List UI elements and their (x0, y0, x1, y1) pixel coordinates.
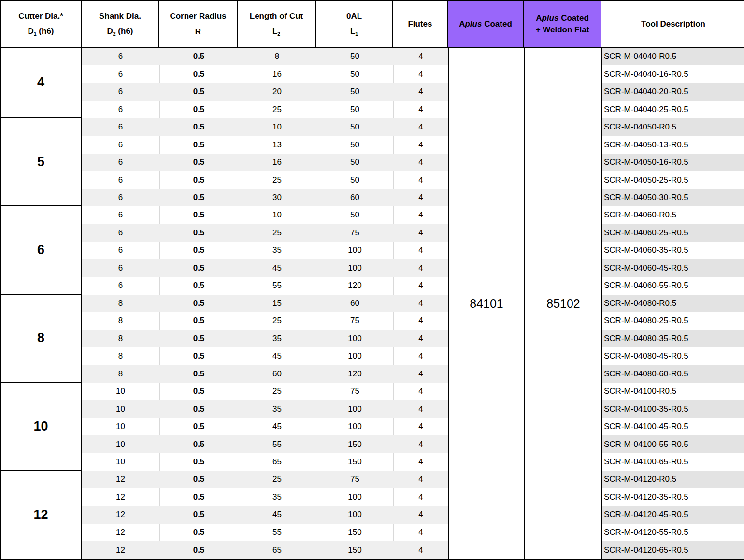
header-line: Aplus Coated (449, 16, 522, 31)
oal-cell: 50 (316, 171, 393, 188)
corner-radius-cell: 0.5 (159, 65, 238, 83)
oal-cell: 100 (316, 330, 393, 347)
header-line: Length of Cut (239, 9, 314, 24)
flutes-cell: 4 (393, 365, 448, 382)
header-cutter-dia: Cutter Dia.* D1 (h6) (1, 1, 82, 48)
tool-description-cell: SCR-M-04120-45-R0.5 (601, 506, 744, 523)
table-row: 12120.525754SCR-M-04120-R0.5 (1, 471, 744, 488)
oal-cell: 50 (316, 118, 393, 136)
oal-cell: 75 (316, 383, 393, 400)
corner-radius-cell: 0.5 (159, 488, 238, 506)
corner-radius-cell: 0.5 (159, 471, 238, 488)
shank-dia-cell: 6 (82, 224, 159, 242)
header-flutes: Flutes (393, 1, 448, 48)
oal-cell: 100 (316, 242, 393, 259)
flutes-cell: 4 (393, 453, 448, 471)
oal-cell: 100 (316, 506, 393, 523)
flutes-cell: 4 (393, 277, 448, 294)
cutter-dia-group-cell: 10 (1, 383, 82, 471)
shank-dia-cell: 10 (82, 453, 159, 471)
flutes-cell: 4 (393, 383, 448, 400)
shank-dia-cell: 6 (82, 206, 159, 224)
tool-description-cell: SCR-M-04080-35-R0.5 (601, 330, 744, 347)
length-of-cut-cell: 25 (238, 471, 316, 488)
tool-spec-table: Cutter Dia.* D1 (h6) Shank Dia. D2 (h6) … (0, 0, 744, 560)
shank-dia-cell: 6 (82, 48, 159, 65)
shank-dia-cell: 6 (82, 65, 159, 83)
header-line: D1 (h6) (2, 24, 80, 39)
tool-description-cell: SCR-M-04040-16-R0.5 (601, 65, 744, 83)
length-of-cut-cell: 55 (238, 277, 316, 294)
length-of-cut-cell: 30 (238, 189, 316, 206)
oal-cell: 75 (316, 224, 393, 242)
corner-radius-cell: 0.5 (159, 365, 238, 382)
length-of-cut-cell: 65 (238, 541, 316, 559)
aplus-weldon-number-cell: 85102 (524, 48, 601, 559)
table-row: 10100.525754SCR-M-04100-R0.5 (1, 383, 744, 400)
flutes-cell: 4 (393, 48, 448, 65)
tool-description-cell: SCR-M-04060-55-R0.5 (601, 277, 744, 294)
table-row: 60.513504SCR-M-04050-13-R0.5 (1, 136, 744, 153)
corner-radius-cell: 0.5 (159, 330, 238, 347)
header-line: L1 (317, 24, 391, 39)
corner-radius-cell: 0.5 (159, 277, 238, 294)
header-line: Tool Description (602, 16, 744, 31)
length-of-cut-cell: 55 (238, 435, 316, 453)
tool-description-cell: SCR-M-04060-45-R0.5 (601, 259, 744, 277)
length-of-cut-cell: 25 (238, 224, 316, 242)
corner-radius-cell: 0.5 (159, 48, 238, 65)
table-row: 60.516504SCR-M-04050-16-R0.5 (1, 154, 744, 171)
flutes-cell: 4 (393, 101, 448, 118)
corner-radius-cell: 0.5 (159, 400, 238, 417)
table-row: 100.5451004SCR-M-04100-45-R0.5 (1, 418, 744, 435)
oal-cell: 100 (316, 488, 393, 506)
header-length-of-cut: Length of Cut L2 (238, 1, 316, 48)
table-row: 100.5351004SCR-M-04100-35-R0.5 (1, 400, 744, 417)
header-line: Corner Radius (160, 9, 236, 24)
tool-description-cell: SCR-M-04080-25-R0.5 (601, 312, 744, 330)
tool-description-cell: SCR-M-04060-25-R0.5 (601, 224, 744, 242)
tool-description-cell: SCR-M-04080-45-R0.5 (601, 347, 744, 365)
flutes-cell: 4 (393, 242, 448, 259)
shank-dia-cell: 10 (82, 383, 159, 400)
length-of-cut-cell: 15 (238, 295, 316, 312)
length-of-cut-cell: 35 (238, 330, 316, 347)
shank-dia-cell: 10 (82, 400, 159, 417)
length-of-cut-cell: 25 (238, 171, 316, 188)
header-shank-dia: Shank Dia. D2 (h6) (82, 1, 159, 48)
table-row: 100.5651504SCR-M-04100-65-R0.5 (1, 453, 744, 471)
table-row: 60.530604SCR-M-04050-30-R0.5 (1, 189, 744, 206)
flutes-cell: 4 (393, 330, 448, 347)
corner-radius-cell: 0.5 (159, 118, 238, 136)
flutes-cell: 4 (393, 83, 448, 101)
table-row: 80.5451004SCR-M-04080-45-R0.5 (1, 347, 744, 365)
shank-dia-cell: 8 (82, 330, 159, 347)
flutes-cell: 4 (393, 259, 448, 277)
shank-dia-cell: 12 (82, 524, 159, 541)
length-of-cut-cell: 65 (238, 453, 316, 471)
tool-description-cell: SCR-M-04100-65-R0.5 (601, 453, 744, 471)
header-line: D2 (h6) (83, 24, 157, 39)
length-of-cut-cell: 10 (238, 118, 316, 136)
flutes-cell: 4 (393, 224, 448, 242)
length-of-cut-cell: 45 (238, 506, 316, 523)
table-row: 60.525504SCR-M-04050-25-R0.5 (1, 171, 744, 188)
length-of-cut-cell: 45 (238, 418, 316, 435)
shank-dia-cell: 6 (82, 242, 159, 259)
oal-cell: 60 (316, 189, 393, 206)
flutes-cell: 4 (393, 400, 448, 417)
tool-description-cell: SCR-M-04060-R0.5 (601, 206, 744, 224)
shank-dia-cell: 12 (82, 471, 159, 488)
tool-description-cell: SCR-M-04040-R0.5 (601, 48, 744, 65)
shank-dia-cell: 8 (82, 365, 159, 382)
length-of-cut-cell: 45 (238, 347, 316, 365)
flutes-cell: 4 (393, 506, 448, 523)
shank-dia-cell: 8 (82, 295, 159, 312)
tool-description-cell: SCR-M-04120-35-R0.5 (601, 488, 744, 506)
shank-dia-cell: 6 (82, 259, 159, 277)
oal-cell: 150 (316, 524, 393, 541)
shank-dia-cell: 6 (82, 277, 159, 294)
corner-radius-cell: 0.5 (159, 524, 238, 541)
flutes-cell: 4 (393, 541, 448, 559)
flutes-cell: 4 (393, 154, 448, 171)
